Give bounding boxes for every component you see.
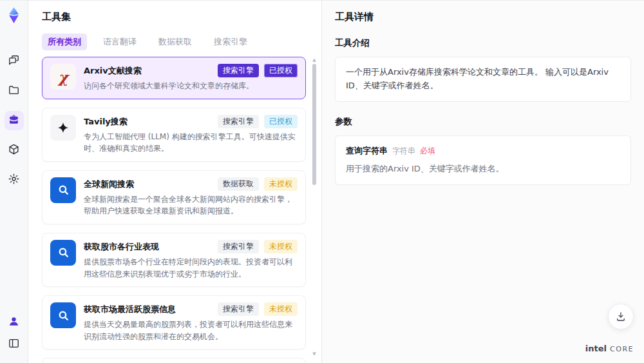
- app-logo-icon: [5, 6, 23, 25]
- app-root: 工具集 所有类别语言翻译数据获取搜索引擎 χ Arxiv文献搜索 搜索引擎 已授…: [0, 0, 644, 363]
- scroll-down-icon[interactable]: ▼: [311, 351, 317, 357]
- auth-status-badge: 未授权: [264, 177, 298, 191]
- tool-body: Arxiv文献搜索 搜索引擎 已授权 访问各个研究领域大量科学论文和文章的存储库…: [84, 64, 298, 92]
- tool-detail-pane: 工具详情 工具介绍 一个用于从Arxiv存储库搜索科学论文和文章的工具。 输入可…: [322, 1, 644, 363]
- search-app-icon: [50, 177, 76, 203]
- category-badge: 数据获取: [218, 177, 259, 191]
- params-box: 查询字符串 字符串 必填 用于搜索的Arxiv ID、关键字或作者姓名。: [335, 135, 631, 186]
- rail-button-chat[interactable]: [5, 52, 24, 71]
- chat-icon: [8, 54, 20, 69]
- rail-button-toolbox[interactable]: [5, 111, 24, 130]
- tab-category-2[interactable]: 数据获取: [153, 34, 198, 50]
- tool-title-row: 全球新闻搜索 数据获取 未授权: [84, 177, 298, 191]
- intro-heading: 工具介绍: [335, 37, 631, 49]
- tool-card[interactable]: 万维地区新闻查询 搜索引擎 未授权 查询具体行政区划内的新闻，快速了解各地新闻动: [42, 358, 306, 363]
- tool-description: 专为人工智能代理 (LLM) 构建的搜索引擎工具。可快速提供实时、准确和真实的结…: [84, 131, 298, 155]
- toolset-pane: 工具集 所有类别语言翻译数据获取搜索引擎 χ Arxiv文献搜索 搜索引擎 已授…: [28, 1, 322, 363]
- intro-box: 一个用于从Arxiv存储库搜索科学论文和文章的工具。 输入可以是Arxiv ID…: [335, 57, 631, 102]
- category-tabs: 所有类别语言翻译数据获取搜索引擎: [42, 34, 321, 50]
- brand-core: CORE: [610, 345, 634, 353]
- scrollbar-thumb[interactable]: [312, 64, 316, 185]
- tool-card[interactable]: 获取股市各行业表现 搜索引擎 未授权 提供股票市场各个行业在特定时间段内的表现。…: [42, 233, 306, 287]
- tool-list: χ Arxiv文献搜索 搜索引擎 已授权 访问各个研究领域大量科学论文和文章的存…: [42, 57, 321, 363]
- tool-body: 获取市场最活跃股票信息 搜索引擎 未授权 提供当天交易量最高的股票列表，投资者可…: [84, 302, 298, 342]
- icon-rail: [0, 1, 28, 363]
- sparkle-icon: [50, 115, 76, 141]
- tab-category-1[interactable]: 语言翻译: [97, 34, 142, 50]
- download-icon: [615, 311, 627, 322]
- rail-bottom-items: [5, 313, 24, 357]
- category-badge: 搜索引擎: [218, 302, 259, 316]
- tool-body: 全球新闻搜索 数据获取 未授权 全球新闻搜索是一个聚合全球各大新闻网站内容的搜索…: [84, 177, 298, 217]
- detail-title: 工具详情: [335, 11, 631, 23]
- parameter-description: 用于搜索的Arxiv ID、关键字或作者姓名。: [346, 162, 620, 176]
- rail-items: [5, 52, 24, 200]
- tool-body: Tavily搜索 搜索引擎 已授权 专为人工智能代理 (LLM) 构建的搜索引擎…: [84, 115, 298, 155]
- tool-card[interactable]: 全球新闻搜索 数据获取 未授权 全球新闻搜索是一个聚合全球各大新闻网站内容的搜索…: [42, 170, 306, 224]
- user-icon: [8, 315, 20, 330]
- category-badge: 搜索引擎: [218, 240, 259, 253]
- list-scrollbar[interactable]: ▲ ▼: [311, 57, 317, 357]
- category-badge: 搜索引擎: [218, 115, 259, 128]
- toolbox-icon: [8, 113, 20, 128]
- category-badge: 搜索引擎: [218, 64, 259, 77]
- intel-core-logo: intel CORE: [585, 342, 634, 354]
- rail-button-user[interactable]: [5, 313, 24, 332]
- search-app-icon: [50, 302, 76, 328]
- rail-button-package[interactable]: [5, 141, 24, 160]
- parameter-item: 查询字符串 字符串 必填 用于搜索的Arxiv ID、关键字或作者姓名。: [346, 144, 620, 177]
- parameter-header: 查询字符串 字符串 必填: [346, 144, 620, 158]
- tool-description: 提供股票市场各个行业在特定时间段内的表现。投资者可以利用这些信息来识别表现优于或…: [84, 256, 298, 280]
- tool-name: Tavily搜索: [84, 115, 128, 128]
- tool-title-row: Tavily搜索 搜索引擎 已授权: [84, 115, 298, 128]
- parameter-type: 字符串: [392, 145, 415, 157]
- auth-status-badge: 未授权: [264, 240, 298, 253]
- folder-icon: [8, 84, 20, 99]
- rail-button-panel-toggle[interactable]: [5, 335, 24, 354]
- tab-category-0[interactable]: 所有类别: [42, 34, 87, 50]
- arxiv-logo-icon: χ: [50, 64, 76, 90]
- rail-button-folder[interactable]: [5, 81, 24, 101]
- tool-name: 获取股市各行业表现: [84, 240, 159, 253]
- tool-name: Arxiv文献搜索: [84, 64, 142, 77]
- tool-card[interactable]: χ Arxiv文献搜索 搜索引擎 已授权 访问各个研究领域大量科学论文和文章的存…: [42, 57, 306, 99]
- parameter-name: 查询字符串: [346, 144, 388, 158]
- scroll-up-icon[interactable]: ▲: [311, 57, 317, 63]
- tool-body: 获取股市各行业表现 搜索引擎 未授权 提供股票市场各个行业在特定时间段内的表现。…: [84, 240, 298, 280]
- search-app-icon: [50, 240, 76, 266]
- tool-title-row: Arxiv文献搜索 搜索引擎 已授权: [84, 64, 298, 77]
- tool-title-row: 获取市场最活跃股票信息 搜索引擎 未授权: [84, 302, 298, 316]
- parameter-required-label: 必填: [420, 145, 435, 157]
- tool-title-row: 获取股市各行业表现 搜索引擎 未授权: [84, 240, 298, 253]
- params-heading: 参数: [335, 116, 631, 128]
- tab-category-3[interactable]: 搜索引擎: [208, 34, 253, 50]
- tool-card[interactable]: Tavily搜索 搜索引擎 已授权 专为人工智能代理 (LLM) 构建的搜索引擎…: [42, 108, 306, 162]
- auth-status-badge: 已授权: [264, 115, 298, 128]
- auth-status-badge: 已授权: [264, 64, 298, 77]
- settings-icon: [8, 173, 20, 188]
- auth-status-badge: 未授权: [264, 302, 298, 316]
- tool-name: 全球新闻搜索: [84, 177, 134, 190]
- toolset-title: 工具集: [42, 11, 321, 23]
- tool-description: 访问各个研究领域大量科学论文和文章的存储库。: [84, 80, 298, 92]
- tool-description: 全球新闻搜索是一个聚合全球各大新闻网站内容的搜索引擎，帮助用户快速获取全球最新资…: [84, 193, 298, 217]
- brand-intel: intel: [585, 344, 607, 353]
- package-icon: [8, 143, 20, 158]
- download-button[interactable]: [608, 304, 634, 329]
- tool-description: 提供当天交易量最高的股票列表，投资者可以利用这些信息来识别流动性强的股票和潜在的…: [84, 319, 298, 342]
- panel-toggle-icon: [8, 337, 20, 352]
- tool-name: 获取市场最活跃股票信息: [84, 302, 176, 315]
- rail-button-settings[interactable]: [5, 170, 24, 190]
- tool-card[interactable]: 获取市场最活跃股票信息 搜索引擎 未授权 提供当天交易量最高的股票列表，投资者可…: [42, 295, 306, 349]
